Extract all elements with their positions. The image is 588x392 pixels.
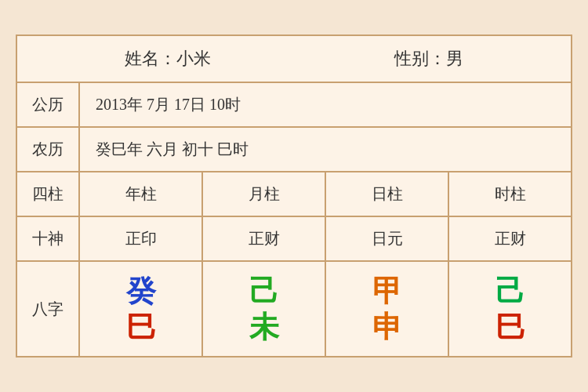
bazhi-label: 八字 xyxy=(17,262,80,356)
lunar-row: 农历 癸巳年 六月 初十 巳时 xyxy=(17,128,571,172)
bazhi-month: 己 未 xyxy=(203,262,326,356)
header-row: 姓名：小米 性别：男 xyxy=(17,36,571,83)
gregorian-label: 公历 xyxy=(17,83,80,126)
shishen-day: 日元 xyxy=(326,217,449,260)
gregorian-value: 2013年 7月 17日 10时 xyxy=(80,83,571,126)
shishen-hour: 正财 xyxy=(449,217,571,260)
shishen-label: 十神 xyxy=(17,217,80,260)
bazhi-month-bottom: 未 xyxy=(249,312,279,342)
lunar-value: 癸巳年 六月 初十 巳时 xyxy=(80,128,571,171)
column-month: 月柱 xyxy=(203,172,326,216)
bazhi-day: 甲 申 xyxy=(326,262,449,356)
columns-row: 四柱 年柱 月柱 日柱 时柱 xyxy=(17,172,571,217)
lunar-label: 农历 xyxy=(17,128,80,171)
column-day: 日柱 xyxy=(326,172,449,216)
shishen-month: 正财 xyxy=(203,217,326,260)
bazhi-year: 癸 巳 xyxy=(80,262,203,356)
column-year: 年柱 xyxy=(80,172,203,216)
bazhi-row: 八字 癸 巳 己 未 甲 申 己 巳 xyxy=(17,262,571,356)
bazhi-hour: 己 巳 xyxy=(449,262,571,356)
columns-label: 四柱 xyxy=(17,172,80,216)
bazhi-year-top: 癸 xyxy=(126,276,156,306)
column-hour: 时柱 xyxy=(449,172,571,216)
shishen-year: 正印 xyxy=(80,217,203,260)
bazhi-day-bottom: 申 xyxy=(372,312,402,342)
main-container: 姓名：小米 性别：男 公历 2013年 7月 17日 10时 农历 癸巳年 六月… xyxy=(16,34,572,358)
name-label: 姓名：小米 xyxy=(125,47,211,71)
bazhi-hour-top: 己 xyxy=(495,276,525,306)
shishen-row: 十神 正印 正财 日元 正财 xyxy=(17,217,571,262)
gregorian-row: 公历 2013年 7月 17日 10时 xyxy=(17,83,571,128)
bazhi-year-bottom: 巳 xyxy=(126,312,156,342)
bazhi-month-top: 己 xyxy=(249,276,279,306)
bazhi-day-top: 甲 xyxy=(372,276,402,306)
gender-label: 性别：男 xyxy=(394,47,463,71)
bazhi-hour-bottom: 巳 xyxy=(495,312,525,342)
